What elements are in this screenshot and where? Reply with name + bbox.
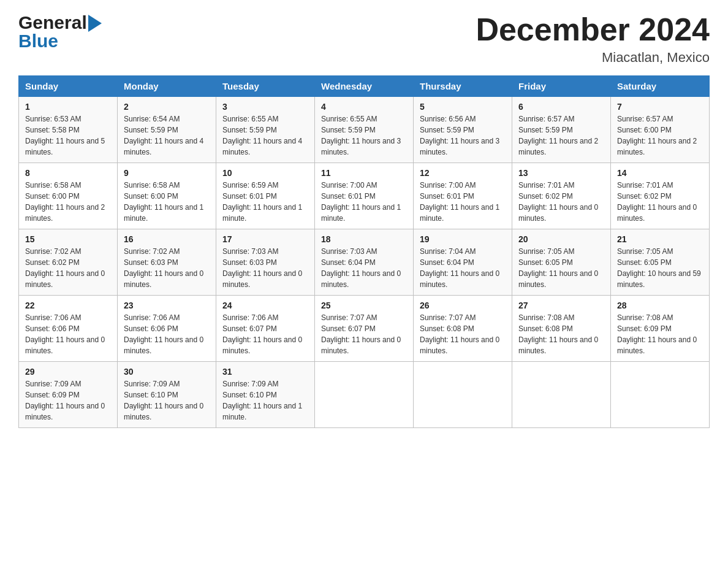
table-row: 20 Sunrise: 7:05 AMSunset: 6:05 PMDaylig… xyxy=(512,229,611,296)
day-number: 31 xyxy=(222,367,308,377)
table-row: 3 Sunrise: 6:55 AMSunset: 5:59 PMDayligh… xyxy=(216,97,315,163)
col-friday: Friday xyxy=(512,76,611,97)
day-info: Sunrise: 7:00 AMSunset: 6:01 PMDaylight:… xyxy=(420,181,499,223)
logo-blue-text: Blue xyxy=(18,31,58,52)
table-row: 28 Sunrise: 7:08 AMSunset: 6:09 PMDaylig… xyxy=(611,296,710,362)
table-row: 6 Sunrise: 6:57 AMSunset: 5:59 PMDayligh… xyxy=(512,97,611,163)
table-row: 24 Sunrise: 7:06 AMSunset: 6:07 PMDaylig… xyxy=(216,296,315,362)
day-number: 8 xyxy=(25,168,111,178)
calendar-header-row: Sunday Monday Tuesday Wednesday Thursday… xyxy=(19,76,710,97)
day-number: 29 xyxy=(25,367,111,377)
table-row: 11 Sunrise: 7:00 AMSunset: 6:01 PMDaylig… xyxy=(315,163,414,229)
table-row: 16 Sunrise: 7:02 AMSunset: 6:03 PMDaylig… xyxy=(118,229,216,296)
day-number: 12 xyxy=(420,168,506,178)
day-info: Sunrise: 7:06 AMSunset: 6:06 PMDaylight:… xyxy=(25,313,105,355)
day-number: 23 xyxy=(124,301,210,310)
table-row: 15 Sunrise: 7:02 AMSunset: 6:02 PMDaylig… xyxy=(19,229,118,296)
table-row: 10 Sunrise: 6:59 AMSunset: 6:01 PMDaylig… xyxy=(216,163,315,229)
day-number: 16 xyxy=(124,234,210,244)
table-row xyxy=(414,362,512,428)
table-row: 13 Sunrise: 7:01 AMSunset: 6:02 PMDaylig… xyxy=(512,163,611,229)
day-info: Sunrise: 6:54 AMSunset: 5:59 PMDaylight:… xyxy=(124,115,203,156)
logo-general-text: General xyxy=(18,12,87,33)
calendar-week-row: 29 Sunrise: 7:09 AMSunset: 6:09 PMDaylig… xyxy=(19,362,710,428)
table-row: 14 Sunrise: 7:01 AMSunset: 6:02 PMDaylig… xyxy=(611,163,710,229)
day-info: Sunrise: 7:05 AMSunset: 6:05 PMDaylight:… xyxy=(518,247,598,289)
calendar-week-row: 8 Sunrise: 6:58 AMSunset: 6:00 PMDayligh… xyxy=(19,163,710,229)
day-info: Sunrise: 7:05 AMSunset: 6:05 PMDaylight:… xyxy=(617,247,701,289)
table-row xyxy=(611,362,710,428)
day-info: Sunrise: 7:03 AMSunset: 6:03 PMDaylight:… xyxy=(222,247,302,289)
table-row: 27 Sunrise: 7:08 AMSunset: 6:08 PMDaylig… xyxy=(512,296,611,362)
day-info: Sunrise: 7:02 AMSunset: 6:03 PMDaylight:… xyxy=(124,247,203,289)
day-info: Sunrise: 6:53 AMSunset: 5:58 PMDaylight:… xyxy=(25,115,105,156)
table-row xyxy=(315,362,414,428)
day-info: Sunrise: 7:01 AMSunset: 6:02 PMDaylight:… xyxy=(617,181,697,223)
table-row: 4 Sunrise: 6:55 AMSunset: 5:59 PMDayligh… xyxy=(315,97,414,163)
table-row: 8 Sunrise: 6:58 AMSunset: 6:00 PMDayligh… xyxy=(19,163,118,229)
table-row: 26 Sunrise: 7:07 AMSunset: 6:08 PMDaylig… xyxy=(414,296,512,362)
table-row: 17 Sunrise: 7:03 AMSunset: 6:03 PMDaylig… xyxy=(216,229,315,296)
day-number: 27 xyxy=(518,301,604,310)
day-info: Sunrise: 6:57 AMSunset: 5:59 PMDaylight:… xyxy=(518,115,598,156)
title-block: December 2024 Miacatlan, Mexico xyxy=(476,12,710,66)
day-number: 7 xyxy=(617,102,703,112)
day-number: 17 xyxy=(222,234,308,244)
logo: General Blue xyxy=(18,12,102,52)
calendar-week-row: 15 Sunrise: 7:02 AMSunset: 6:02 PMDaylig… xyxy=(19,229,710,296)
table-row: 30 Sunrise: 7:09 AMSunset: 6:10 PMDaylig… xyxy=(118,362,216,428)
table-row: 31 Sunrise: 7:09 AMSunset: 6:10 PMDaylig… xyxy=(216,362,315,428)
day-number: 1 xyxy=(25,102,111,112)
day-info: Sunrise: 6:59 AMSunset: 6:01 PMDaylight:… xyxy=(222,181,302,223)
calendar-title: December 2024 xyxy=(476,12,710,47)
table-row: 12 Sunrise: 7:00 AMSunset: 6:01 PMDaylig… xyxy=(414,163,512,229)
calendar-week-row: 1 Sunrise: 6:53 AMSunset: 5:58 PMDayligh… xyxy=(19,97,710,163)
day-info: Sunrise: 6:55 AMSunset: 5:59 PMDaylight:… xyxy=(321,115,401,156)
day-info: Sunrise: 7:04 AMSunset: 6:04 PMDaylight:… xyxy=(420,247,499,289)
day-number: 4 xyxy=(321,102,407,112)
day-info: Sunrise: 7:09 AMSunset: 6:10 PMDaylight:… xyxy=(222,380,302,421)
col-monday: Monday xyxy=(118,76,216,97)
day-info: Sunrise: 6:56 AMSunset: 5:59 PMDaylight:… xyxy=(420,115,499,156)
table-row: 19 Sunrise: 7:04 AMSunset: 6:04 PMDaylig… xyxy=(414,229,512,296)
day-number: 20 xyxy=(518,234,604,244)
day-number: 5 xyxy=(420,102,506,112)
calendar-table: Sunday Monday Tuesday Wednesday Thursday… xyxy=(18,75,710,428)
table-row: 29 Sunrise: 7:09 AMSunset: 6:09 PMDaylig… xyxy=(19,362,118,428)
day-info: Sunrise: 6:57 AMSunset: 6:00 PMDaylight:… xyxy=(617,115,697,156)
col-tuesday: Tuesday xyxy=(216,76,315,97)
day-number: 10 xyxy=(222,168,308,178)
table-row: 21 Sunrise: 7:05 AMSunset: 6:05 PMDaylig… xyxy=(611,229,710,296)
table-row: 18 Sunrise: 7:03 AMSunset: 6:04 PMDaylig… xyxy=(315,229,414,296)
logo-triangle-icon xyxy=(88,15,102,32)
col-sunday: Sunday xyxy=(19,76,118,97)
day-info: Sunrise: 7:07 AMSunset: 6:08 PMDaylight:… xyxy=(420,313,499,355)
page-header: General Blue December 2024 Miacatlan, Me… xyxy=(18,12,710,66)
table-row: 1 Sunrise: 6:53 AMSunset: 5:58 PMDayligh… xyxy=(19,97,118,163)
day-number: 18 xyxy=(321,234,407,244)
day-info: Sunrise: 6:58 AMSunset: 6:00 PMDaylight:… xyxy=(25,181,105,223)
calendar-week-row: 22 Sunrise: 7:06 AMSunset: 6:06 PMDaylig… xyxy=(19,296,710,362)
day-info: Sunrise: 7:08 AMSunset: 6:08 PMDaylight:… xyxy=(518,313,598,355)
col-wednesday: Wednesday xyxy=(315,76,414,97)
day-number: 19 xyxy=(420,234,506,244)
col-thursday: Thursday xyxy=(414,76,512,97)
day-number: 30 xyxy=(124,367,210,377)
day-info: Sunrise: 7:02 AMSunset: 6:02 PMDaylight:… xyxy=(25,247,105,289)
day-info: Sunrise: 7:09 AMSunset: 6:10 PMDaylight:… xyxy=(124,380,203,421)
calendar-location: Miacatlan, Mexico xyxy=(476,50,710,66)
table-row: 2 Sunrise: 6:54 AMSunset: 5:59 PMDayligh… xyxy=(118,97,216,163)
table-row: 25 Sunrise: 7:07 AMSunset: 6:07 PMDaylig… xyxy=(315,296,414,362)
svg-marker-0 xyxy=(88,15,102,32)
table-row xyxy=(512,362,611,428)
day-number: 3 xyxy=(222,102,308,112)
day-info: Sunrise: 7:01 AMSunset: 6:02 PMDaylight:… xyxy=(518,181,598,223)
day-info: Sunrise: 7:08 AMSunset: 6:09 PMDaylight:… xyxy=(617,313,697,355)
day-info: Sunrise: 7:06 AMSunset: 6:06 PMDaylight:… xyxy=(124,313,203,355)
day-number: 25 xyxy=(321,301,407,310)
day-number: 6 xyxy=(518,102,604,112)
day-number: 21 xyxy=(617,234,703,244)
table-row: 5 Sunrise: 6:56 AMSunset: 5:59 PMDayligh… xyxy=(414,97,512,163)
day-info: Sunrise: 7:03 AMSunset: 6:04 PMDaylight:… xyxy=(321,247,401,289)
day-info: Sunrise: 7:06 AMSunset: 6:07 PMDaylight:… xyxy=(222,313,302,355)
